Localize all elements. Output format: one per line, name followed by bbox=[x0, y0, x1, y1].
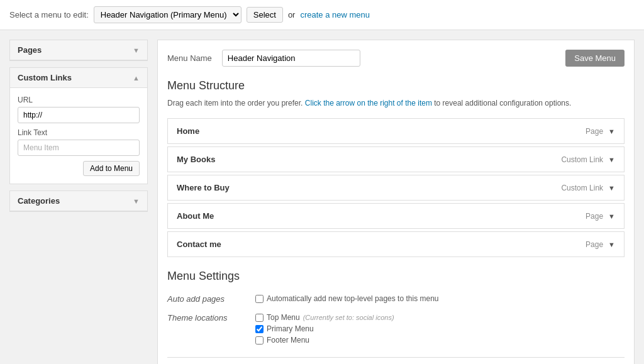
menu-item-my-books[interactable]: My Books Custom Link ▼ bbox=[167, 146, 625, 172]
save-menu-button-top[interactable]: Save Menu bbox=[565, 50, 625, 67]
link-text-input[interactable] bbox=[18, 140, 140, 156]
pages-arrow-icon: ▼ bbox=[133, 47, 140, 54]
add-to-menu-button[interactable]: Add to Menu bbox=[83, 161, 140, 176]
auto-add-pages-text: Automatically add new top-level pages to… bbox=[267, 294, 439, 303]
auto-add-pages-option[interactable]: Automatically add new top-level pages to… bbox=[255, 294, 625, 303]
footer-menu-checkbox[interactable] bbox=[255, 336, 264, 345]
custom-links-body: URL Link Text Add to Menu bbox=[10, 88, 147, 184]
menu-item-home[interactable]: Home Page ▼ bbox=[167, 118, 625, 144]
theme-locations-row: Theme locations Top Menu (Currently set … bbox=[167, 309, 625, 351]
theme-location-footer-menu[interactable]: Footer Menu bbox=[255, 336, 625, 345]
theme-location-primary-menu[interactable]: Primary Menu bbox=[255, 324, 625, 333]
top-bar: Select a menu to edit: Header Navigation… bbox=[0, 0, 644, 30]
menu-item-where-to-buy[interactable]: Where to Buy Custom Link ▼ bbox=[167, 175, 625, 201]
custom-links-section-header[interactable]: Custom Links ▲ bbox=[10, 68, 147, 88]
menu-structure-description: Drag each item into the order you prefer… bbox=[167, 97, 625, 109]
menu-item-home-type: Page bbox=[586, 127, 603, 136]
categories-section-header[interactable]: Categories ▼ bbox=[10, 191, 147, 211]
menu-item-where-to-buy-type: Custom Link bbox=[561, 184, 603, 192]
sidebar-section-categories: Categories ▼ bbox=[9, 190, 148, 212]
menu-settings-title: Menu Settings bbox=[167, 270, 625, 283]
categories-arrow-icon: ▼ bbox=[133, 197, 140, 205]
menu-item-contact-me[interactable]: Contact me Page ▼ bbox=[167, 231, 625, 257]
theme-location-top-menu[interactable]: Top Menu (Currently set to: social icons… bbox=[255, 313, 625, 322]
main-layout: Pages ▼ Custom Links ▲ URL Link Text Add… bbox=[0, 30, 644, 364]
menu-item-about-me-label: About Me bbox=[177, 211, 214, 221]
select-button[interactable]: Select bbox=[247, 7, 283, 23]
menu-item-about-me[interactable]: About Me Page ▼ bbox=[167, 203, 625, 229]
theme-locations-label: Theme locations bbox=[167, 309, 255, 351]
menu-name-row: Menu Name Save Menu bbox=[167, 50, 625, 67]
url-input[interactable] bbox=[18, 107, 140, 123]
url-label: URL bbox=[18, 96, 140, 104]
menu-item-where-to-buy-chevron-icon[interactable]: ▼ bbox=[608, 184, 615, 192]
pages-section-header[interactable]: Pages ▼ bbox=[10, 40, 147, 60]
auto-add-pages-row: Auto add pages Automatically add new top… bbox=[167, 290, 625, 309]
custom-links-arrow-icon: ▲ bbox=[133, 74, 140, 82]
categories-section-title: Categories bbox=[18, 196, 60, 206]
create-new-menu-link[interactable]: create a new menu bbox=[300, 10, 370, 19]
sidebar-section-custom-links: Custom Links ▲ URL Link Text Add to Menu bbox=[9, 67, 148, 184]
primary-menu-checkbox[interactable] bbox=[255, 325, 264, 333]
top-menu-note: (Currently set to: social icons) bbox=[303, 314, 394, 321]
menu-select[interactable]: Header Navigation (Primary Menu) bbox=[94, 6, 242, 23]
menu-structure-title: Menu Structure bbox=[167, 79, 625, 92]
menu-item-contact-me-chevron-icon[interactable]: ▼ bbox=[608, 241, 615, 248]
menu-item-about-me-type: Page bbox=[586, 212, 603, 221]
menu-item-my-books-type: Custom Link bbox=[561, 155, 603, 164]
menu-item-contact-me-type: Page bbox=[586, 240, 603, 249]
auto-add-pages-label: Auto add pages bbox=[167, 290, 255, 309]
menu-item-contact-me-label: Contact me bbox=[177, 240, 221, 249]
menu-item-my-books-chevron-icon[interactable]: ▼ bbox=[608, 156, 615, 163]
sidebar-section-pages: Pages ▼ bbox=[9, 40, 148, 61]
menu-name-label: Menu Name bbox=[167, 53, 212, 63]
menu-item-my-books-label: My Books bbox=[177, 155, 215, 164]
custom-links-section-title: Custom Links bbox=[18, 73, 72, 82]
link-text-field: Link Text bbox=[18, 128, 140, 156]
link-text-label: Link Text bbox=[18, 128, 140, 137]
auto-add-pages-checkbox[interactable] bbox=[255, 295, 264, 303]
main-content: Menu Name Save Menu Menu Structure Drag … bbox=[157, 40, 635, 364]
pages-section-title: Pages bbox=[18, 45, 42, 55]
top-menu-label: Top Menu bbox=[267, 313, 300, 322]
menu-item-where-to-buy-label: Where to Buy bbox=[177, 183, 230, 192]
menu-items-list: Home Page ▼ My Books Custom Link ▼ Where… bbox=[167, 118, 625, 257]
menu-item-home-label: Home bbox=[177, 126, 199, 136]
menu-item-about-me-chevron-icon[interactable]: ▼ bbox=[608, 212, 615, 220]
top-menu-checkbox[interactable] bbox=[255, 314, 264, 322]
url-field: URL bbox=[18, 96, 140, 123]
arrow-instruction-link[interactable]: Click the arrow on the right of the item bbox=[305, 99, 432, 108]
menu-item-home-chevron-icon[interactable]: ▼ bbox=[608, 128, 615, 135]
or-text: or bbox=[288, 10, 296, 19]
menu-name-input[interactable] bbox=[222, 50, 360, 67]
bottom-bar: Delete Menu Save Menu bbox=[167, 357, 625, 364]
footer-menu-label: Footer Menu bbox=[267, 336, 309, 345]
select-menu-label: Select a menu to edit: bbox=[9, 10, 89, 19]
sidebar: Pages ▼ Custom Links ▲ URL Link Text Add… bbox=[9, 40, 148, 364]
primary-menu-label: Primary Menu bbox=[267, 324, 314, 333]
menu-settings-table: Auto add pages Automatically add new top… bbox=[167, 290, 625, 351]
